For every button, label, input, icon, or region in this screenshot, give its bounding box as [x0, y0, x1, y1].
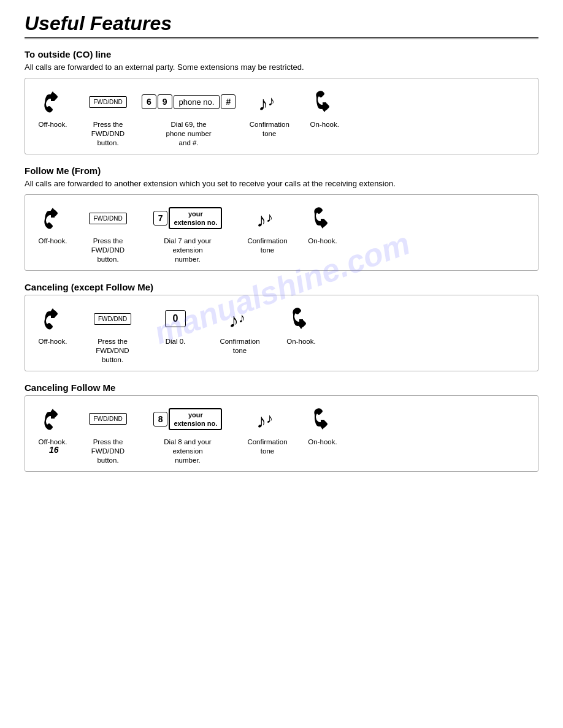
svg-text:♪: ♪	[239, 310, 245, 325]
section-desc-to-outside: All calls are forwarded to an external p…	[25, 62, 538, 73]
step-fwddnd-4: FWD/DND Press the FWD/DND button.	[80, 403, 136, 465]
offhook-label-1: Off-hook.	[38, 120, 67, 129]
dial-8: 8	[153, 412, 168, 427]
onhook-label-3: On-hook.	[286, 337, 315, 346]
onhook-label-2: On-hook.	[308, 237, 337, 246]
fwddnd-button-4: FWD/DND	[89, 413, 126, 425]
fwddnd-icon-4: FWD/DND	[89, 403, 126, 435]
dial-9: 9	[158, 94, 172, 109]
fwddnd-icon-3: FWD/DND	[94, 303, 131, 335]
fwddnd-label-4: Press the FWD/DND button.	[80, 438, 136, 465]
dial8ext-icon-4: 8 yourextension no.	[153, 403, 223, 435]
section-to-outside: To outside (CO) line All calls are forwa…	[25, 49, 538, 154]
fwddnd-button-3: FWD/DND	[94, 313, 131, 325]
offhook-label-2: Off-hook.	[38, 237, 67, 246]
dial7ext-label-2: Dial 7 and your extension number.	[160, 237, 215, 264]
tone-label-1: Confirmation tone	[242, 120, 297, 138]
offhook-icon-3	[40, 303, 66, 335]
ext-box-1: yourextension no.	[169, 207, 222, 230]
tone-icon-3: ♪ ♪	[226, 303, 253, 335]
step-dial8ext-4: 8 yourextension no. Dial 8 and your exte…	[142, 403, 234, 465]
svg-text:♪: ♪	[256, 410, 266, 432]
fwddnd-icon-2: FWD/DND	[89, 202, 126, 234]
step-fwddnd-3: FWD/DND Press the FWD/DND button.	[80, 303, 145, 365]
step-offhook-1: Off-hook.	[31, 86, 74, 129]
tone-label-2: Confirmation tone	[240, 237, 295, 255]
page-number: 16	[49, 445, 59, 455]
dial0-icon-3: 0	[165, 303, 186, 335]
dial-0: 0	[165, 310, 186, 327]
step-onhook-2: On-hook.	[301, 202, 344, 246]
step-offhook-3: Off-hook.	[31, 303, 74, 346]
step-dial0-3: 0 Dial 0.	[151, 303, 200, 346]
step-tone-3: ♪ ♪ Confirmation tone	[206, 303, 274, 355]
step-dial7ext-2: 7 yourextension no. Dial 7 and your exte…	[142, 202, 234, 264]
dial7ext-icon-2: 7 yourextension no.	[153, 202, 223, 234]
tone-icon-1: ♪ ♪	[256, 86, 283, 118]
offhook-icon-2	[40, 202, 66, 234]
tone-icon-2: ♪ ♪	[254, 202, 281, 234]
onhook-icon-3	[288, 303, 314, 335]
dial-phoneno: phone no.	[174, 95, 220, 109]
dial0-label-3: Dial 0.	[166, 337, 186, 346]
step-tone-1: ♪ ♪ Confirmation tone	[242, 86, 297, 138]
fwddnd-icon-1: FWD/DND	[89, 86, 126, 118]
fwddnd-button-1: FWD/DND	[89, 96, 126, 108]
tone-label-4: Confirmation tone	[240, 438, 295, 456]
onhook-label-1: On-hook.	[310, 120, 339, 129]
section-canceling-follow-me: Canceling Follow Me Off-hook. FW	[25, 382, 538, 472]
fwddnd-button-2: FWD/DND	[89, 213, 126, 224]
svg-text:♪: ♪	[268, 93, 275, 108]
onhook-icon-4	[310, 403, 335, 435]
dial69-icon-1: 6 9 phone no. #	[142, 86, 236, 118]
fwddnd-label-1: Press the FWD/DND button.	[80, 120, 136, 148]
step-onhook-3: On-hook.	[280, 303, 323, 346]
svg-text:♪: ♪	[258, 93, 268, 115]
svg-text:♪: ♪	[266, 411, 273, 426]
fwddnd-label-2: Press the FWD/DND button.	[80, 237, 136, 264]
section-heading-canceling-follow-me: Canceling Follow Me	[25, 382, 538, 393]
step-fwddnd-2: FWD/DND Press the FWD/DND button.	[80, 202, 136, 264]
svg-text:♪: ♪	[256, 209, 266, 231]
tone-label-3: Confirmation tone	[212, 337, 267, 355]
dial-hash: #	[221, 94, 236, 109]
section-heading-canceling-except: Canceling (except Follow Me)	[25, 282, 538, 292]
svg-text:♪: ♪	[266, 210, 273, 225]
instruction-box-to-outside: Off-hook. FWD/DND Press the FWD/DND butt…	[25, 78, 538, 154]
page-title: Useful Features	[25, 12, 538, 35]
instruction-box-follow-me: Off-hook. FWD/DND Press the FWD/DND butt…	[25, 194, 538, 271]
onhook-icon-1	[312, 86, 337, 118]
section-desc-follow-me: All calls are forwarded to another exten…	[25, 178, 538, 189]
step-dial69-1: 6 9 phone no. # Dial 69, the phone numbe…	[142, 86, 236, 148]
section-heading-to-outside: To outside (CO) line	[25, 49, 538, 59]
svg-text:♪: ♪	[229, 309, 239, 332]
dial-6: 6	[142, 94, 156, 109]
step-onhook-4: On-hook.	[301, 403, 344, 447]
instruction-box-canceling-except: Off-hook. FWD/DND Press the FWD/DND butt…	[25, 295, 538, 371]
offhook-icon-1	[40, 86, 66, 118]
step-onhook-1: On-hook.	[303, 86, 346, 129]
onhook-icon-2	[310, 202, 335, 234]
section-canceling-except: Canceling (except Follow Me) Off-hook.	[25, 282, 538, 371]
instruction-box-canceling-follow-me: Off-hook. FWD/DND Press the FWD/DND butt…	[25, 395, 538, 472]
offhook-label-3: Off-hook.	[38, 337, 67, 346]
dial69-label-1: Dial 69, the phone number and #.	[161, 120, 216, 148]
step-offhook-2: Off-hook.	[31, 202, 74, 246]
section-follow-me: Follow Me (From) All calls are forwarded…	[25, 165, 538, 271]
onhook-label-4: On-hook.	[308, 438, 337, 447]
ext-box-2: yourextension no.	[169, 408, 222, 431]
fwddnd-label-3: Press the FWD/DND button.	[85, 337, 140, 365]
dial-7: 7	[153, 211, 168, 226]
step-offhook-4: Off-hook.	[31, 403, 74, 447]
section-heading-follow-me: Follow Me (From)	[25, 165, 538, 176]
dial8ext-label-4: Dial 8 and your extension number.	[160, 438, 215, 465]
step-tone-2: ♪ ♪ Confirmation tone	[240, 202, 295, 255]
tone-icon-4: ♪ ♪	[254, 403, 281, 435]
step-tone-4: ♪ ♪ Confirmation tone	[240, 403, 295, 456]
offhook-icon-4	[40, 403, 66, 435]
step-fwddnd-1: FWD/DND Press the FWD/DND button.	[80, 86, 136, 148]
